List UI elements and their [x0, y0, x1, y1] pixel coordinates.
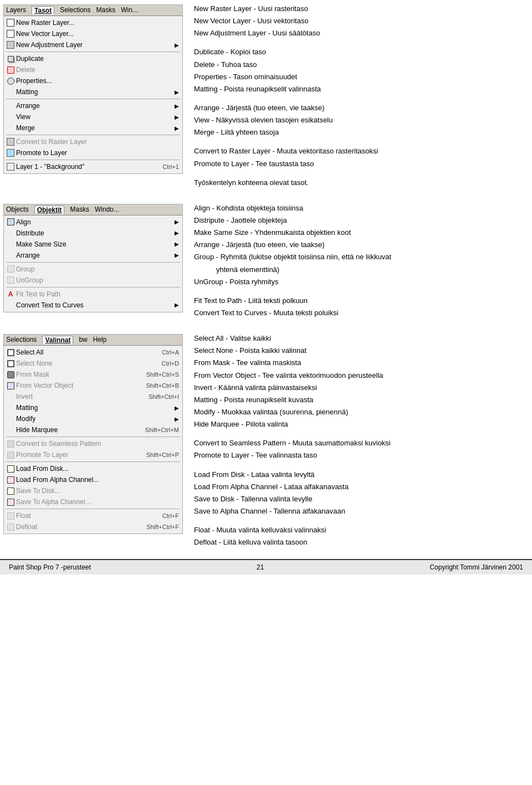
menu-item-convert-text[interactable]: Convert Text to Curves ▶ — [4, 300, 182, 311]
desc-hide-marquee: Hide Marquee - Piilota valinta — [194, 419, 523, 430]
menu-item-view[interactable]: View ▶ — [4, 111, 182, 122]
menu-item-select-all[interactable]: Select All Ctrl+A — [4, 347, 182, 358]
menu-item-merge[interactable]: Merge ▶ — [4, 122, 182, 134]
menu-item-layer1[interactable]: Layer 1 - "Background" Ctrl+1 — [4, 161, 182, 172]
menu-label-save-disk: Save To Disk... — [16, 487, 179, 495]
tab-objektit[interactable]: Objektit — [34, 206, 65, 214]
menu-item-matting[interactable]: Matting ▶ — [4, 86, 182, 98]
desc-layers-1: New Raster Layer - Uusi rasteritaso New … — [194, 3, 523, 39]
vector-icon — [6, 29, 15, 38]
menu-item-convert-raster[interactable]: Convert to Raster Layer — [4, 136, 182, 147]
tab-help[interactable]: Help — [93, 336, 107, 344]
tab-tasot[interactable]: Tasot — [32, 6, 54, 14]
selections-menu-items: Select All Ctrl+A Select None Ctrl+D Fro… — [4, 346, 182, 533]
tab-win[interactable]: Win... — [121, 6, 138, 14]
menu-item-float[interactable]: Float Ctrl+F — [4, 510, 182, 521]
menu-item-properties[interactable]: Properties... — [4, 75, 182, 86]
desc-distribute: Distripute - Jaottele objekteja — [194, 215, 523, 226]
tab-layers[interactable]: Layers — [6, 6, 26, 14]
tab-masks-obj[interactable]: Masks — [70, 206, 89, 214]
layers-menu-titlebar: Layers Tasot Selections Masks Win... — [4, 5, 182, 16]
menu-item-new-adjustment[interactable]: New Adjustment Layer ▶ — [4, 39, 182, 50]
tab-selections-sel[interactable]: Selections — [6, 336, 37, 344]
menu-item-save-disk[interactable]: Save To Disk... — [4, 485, 182, 496]
selections-menu-titlebar: Selections Valinnat bw Help — [4, 335, 182, 346]
sep-6 — [6, 287, 180, 288]
tab-objects[interactable]: Objects — [6, 206, 29, 214]
menu-label-layer1: Layer 1 - "Background" — [16, 163, 151, 171]
menu-item-delete[interactable]: Delete — [4, 64, 182, 75]
tab-windo[interactable]: Windo... — [95, 206, 119, 214]
desc-load-disk: Load From Disk - Lataa valinta levyltä — [194, 469, 523, 480]
menu-item-load-disk[interactable]: Load From Disk... — [4, 463, 182, 474]
desc-new-raster: New Raster Layer - Uusi rasteritaso — [194, 3, 523, 14]
menu-item-matting2[interactable]: Matting ▶ — [4, 402, 182, 413]
menu-label-fit-text: Fit Text to Path — [16, 290, 179, 298]
menu-item-promote-to-layer[interactable]: Promote To Layer Shift+Ctrl+P — [4, 449, 182, 460]
menu-label-load-disk: Load From Disk... — [16, 465, 179, 473]
menu-item-duplicate[interactable]: Duplicate — [4, 53, 182, 64]
objects-section: Objects Objektit Masks Windo... Align ▶ … — [0, 199, 532, 330]
arrow-new-adjustment: ▶ — [175, 42, 179, 48]
tab-masks[interactable]: Masks — [96, 6, 116, 14]
desc-defloat: Defloat - Liitä kelluva valinta tasoon — [194, 537, 523, 548]
menu-label-select-all: Select All — [16, 348, 151, 356]
menu-item-group[interactable]: Group — [4, 264, 182, 275]
menu-item-from-vector[interactable]: From Vector Object Shift+Ctrl+B — [4, 380, 182, 391]
desc-group: Group - Ryhmitä (lukitse objektit toisii… — [194, 252, 523, 263]
tab-bw[interactable]: bw — [79, 336, 87, 344]
menu-item-ungroup[interactable]: UnGroup — [4, 275, 182, 286]
desc-layers-4: Convert to Raster Layer - Muuta vektorit… — [194, 146, 523, 169]
layers-menu-items: New Raster Layer... New Vector Layer... … — [4, 16, 182, 173]
from-mask-shortcut: Shift+Ctrl+S — [146, 371, 179, 378]
menu-item-make-same-size[interactable]: Make Same Size ▶ — [4, 239, 182, 250]
menu-item-convert-seamless[interactable]: Convert to Seamless Pattern — [4, 438, 182, 449]
menu-item-defloat[interactable]: Defloat Shift+Ctrl+F — [4, 521, 182, 532]
menu-item-distribute[interactable]: Distribute ▶ — [4, 228, 182, 239]
desc-select-all: Select All - Valitse kaikki — [194, 333, 523, 344]
desc-sel-2: Convert to Seamless Pattern - Muuta saum… — [194, 438, 523, 461]
tab-selections[interactable]: Selections — [60, 6, 90, 14]
desc-delete: Delete - Tuhoa taso — [194, 59, 523, 70]
arrow-matting: ▶ — [175, 89, 179, 95]
left-col-objects: Objects Objektit Masks Windo... Align ▶ … — [0, 199, 183, 330]
menu-item-load-alpha[interactable]: Load From Alpha Channel... — [4, 474, 182, 485]
desc-properties: Properties - Tason ominaisuudet — [194, 71, 523, 83]
menu-item-hide-marquee[interactable]: Hide Marquee Shift+Ctrl+M — [4, 424, 182, 435]
arrow-align: ▶ — [175, 219, 179, 225]
float-shortcut: Ctrl+F — [162, 512, 179, 519]
duplicate-icon — [6, 54, 15, 63]
menu-label-group: Group — [16, 265, 179, 273]
menu-item-promote[interactable]: Promote to Layer — [4, 147, 182, 158]
desc-load-alpha: Load From Alpha Channel - Lataa alfakana… — [194, 481, 523, 492]
menu-item-select-none[interactable]: Select None Ctrl+D — [4, 358, 182, 369]
tab-valinnat[interactable]: Valinnat — [42, 336, 73, 344]
menu-item-invert[interactable]: Invert Shift+Ctrl+I — [4, 391, 182, 402]
seamless-icon — [6, 439, 15, 448]
menu-label-merge: Merge — [16, 124, 170, 132]
promote-to-layer-icon — [6, 450, 15, 459]
menu-item-modify[interactable]: Modify ▶ — [4, 413, 182, 424]
desc-align: Align - Kohdista objekteja toisiinsa — [194, 203, 523, 214]
menu-item-align[interactable]: Align ▶ — [4, 217, 182, 228]
arrow-distribute: ▶ — [175, 230, 179, 236]
desc-objects-1: Align - Kohdista objekteja toisiinsa Dis… — [194, 203, 523, 288]
menu-label-defloat: Defloat — [16, 523, 135, 531]
menu-item-save-alpha[interactable]: Save To Alpha Channel... — [4, 496, 182, 507]
menu-label-make-same-size: Make Same Size — [16, 240, 170, 248]
menu-item-arrange[interactable]: Arrange ▶ — [4, 100, 182, 111]
desc-convert-raster: Convert to Raster Layer - Muuta vektorit… — [194, 146, 523, 157]
menu-item-arrange2[interactable]: Arrange ▶ — [4, 250, 182, 261]
desc-working-layers: Työskentelyn kohteena olevat tasot. — [194, 177, 523, 188]
menu-item-from-mask[interactable]: From Mask Shift+Ctrl+S — [4, 369, 182, 380]
menu-item-new-vector[interactable]: New Vector Layer... — [4, 28, 182, 39]
menu-label-from-vector: From Vector Object — [16, 382, 135, 389]
menu-item-fit-text[interactable]: A Fit Text to Path — [4, 289, 182, 300]
menu-label-convert-text: Convert Text to Curves — [16, 301, 170, 309]
menu-label-align: Align — [16, 218, 170, 226]
menu-label-save-alpha: Save To Alpha Channel... — [16, 498, 179, 506]
menu-label-modify: Modify — [16, 415, 170, 423]
from-vector-icon — [6, 381, 15, 390]
menu-item-new-raster[interactable]: New Raster Layer... — [4, 17, 182, 28]
text-path-icon: A — [6, 290, 15, 299]
